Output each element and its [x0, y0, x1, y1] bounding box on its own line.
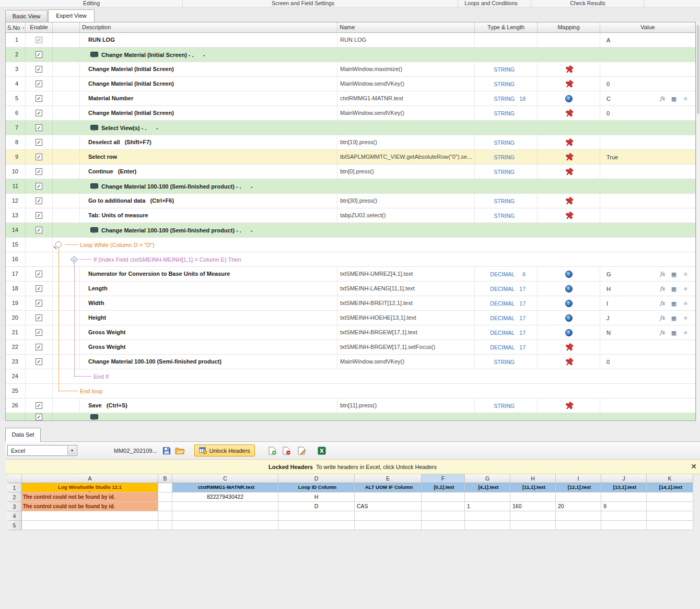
enable-checkbox[interactable]: ✓	[36, 212, 42, 219]
condition-icon[interactable]	[71, 256, 78, 263]
cell[interactable]	[510, 521, 556, 530]
mapped-icon[interactable]: ↑	[565, 329, 573, 336]
gear-icon[interactable]: ✳	[682, 329, 689, 336]
cell[interactable]: 160	[510, 502, 556, 511]
cell[interactable]	[601, 521, 647, 530]
cell[interactable]	[172, 521, 278, 530]
header-mapping[interactable]: Mapping	[538, 22, 600, 32]
fx-icon[interactable]: ƒx	[659, 285, 666, 292]
cell[interactable]	[158, 493, 172, 502]
group-row[interactable]: 14✓Change Material 100-100 (Semi-finishe…	[6, 223, 695, 238]
cell[interactable]	[556, 493, 601, 502]
enable-checkbox[interactable]: ✓	[36, 95, 42, 102]
table-row[interactable]: 6✓Change Material (Initial Screen)MainWi…	[6, 106, 695, 121]
row-header-5[interactable]: 5	[7, 521, 22, 530]
cell[interactable]	[172, 511, 278, 521]
error-cell[interactable]: The control could not be found by id.	[22, 493, 158, 502]
table-row[interactable]: 17✓Numerator for Conversion to Base Unit…	[6, 267, 695, 282]
row-header-2[interactable]: 2	[7, 493, 22, 502]
tab-basic-view[interactable]: Basic View	[5, 10, 48, 22]
column-header-a[interactable]: A	[22, 474, 158, 483]
error-cell[interactable]: The control could not be found by id.	[22, 502, 158, 511]
table-row[interactable]: 23✓Change Material 100-100 (Semi-finishe…	[6, 355, 695, 369]
cell[interactable]	[647, 502, 693, 511]
mapped-icon[interactable]: ↑	[565, 285, 573, 292]
header-height[interactable]: Height txtSMEINH- HOEHE [13,1].text	[601, 483, 647, 493]
gear-icon[interactable]: ✳	[682, 285, 689, 292]
gear-icon[interactable]: ✳	[682, 314, 689, 322]
table-row[interactable]: 13✓Tab: Units of measuretabpZU02.select(…	[6, 208, 695, 223]
add-data-set-icon[interactable]	[269, 447, 276, 455]
enable-checkbox[interactable]: ✓	[36, 80, 42, 87]
cell[interactable]	[465, 511, 510, 521]
fx-icon[interactable]: ƒx	[659, 271, 666, 278]
enable-checkbox[interactable]: ✓	[36, 329, 42, 336]
mapped-icon[interactable]: ↑	[565, 314, 573, 322]
table-row[interactable]: 4✓Change Material (Initial Screen)MainWi…	[6, 77, 695, 91]
header-alt-uom[interactable]: ALT UOM IF Column	[355, 483, 422, 493]
enable-checkbox[interactable]: ✓	[36, 285, 42, 292]
table-icon[interactable]: ▦	[670, 271, 678, 278]
enable-checkbox[interactable]: ✓	[36, 154, 42, 160]
cell[interactable]	[158, 483, 172, 493]
table-row[interactable]: 10✓Continue (Enter)btn[0].press()STRING	[6, 165, 695, 179]
table-row[interactable]: 19✓WidthtxtSMEINH-BREIT[12,1].textDECIMA…	[6, 296, 695, 311]
column-header-g[interactable]: G	[465, 474, 510, 483]
remove-data-set-icon[interactable]	[283, 447, 290, 455]
fx-icon[interactable]: ƒx	[659, 300, 666, 307]
not-mapped-pin-icon[interactable]	[563, 210, 574, 220]
condition-start-row[interactable]: 16If (Index Field ctxtSMEINH-MEINH[1,1] …	[6, 252, 695, 267]
close-icon[interactable]: ✕	[691, 462, 697, 471]
header-material-number[interactable]: Material Number ctxtRMMG1-MATNR.text	[172, 483, 278, 493]
not-mapped-pin-icon[interactable]	[563, 108, 574, 118]
tab-data-set[interactable]: Data Set	[5, 428, 41, 442]
enable-checkbox[interactable]: ✓	[36, 358, 42, 365]
group-row[interactable]: 7✓Select View(s) - . -	[6, 121, 695, 135]
table-icon[interactable]: ▦	[670, 285, 678, 292]
header-denominator[interactable]: Denominator for conversion to base units…	[422, 483, 465, 493]
enable-checkbox[interactable]: ✓	[36, 51, 42, 58]
data-source-select[interactable]: Excel▼	[7, 445, 77, 456]
scrollbar-thumb[interactable]	[697, 25, 699, 114]
header-length[interactable]: Length txtSMEINH- LAENG [11,1].text	[510, 483, 556, 493]
mapped-icon[interactable]: ↑	[565, 95, 573, 102]
cell[interactable]	[556, 521, 601, 530]
enable-checkbox[interactable]: ✓	[36, 197, 42, 204]
cell[interactable]	[422, 511, 465, 521]
enable-checkbox[interactable]: ✓	[36, 110, 42, 116]
cell[interactable]	[601, 511, 647, 521]
enable-checkbox[interactable]: ✓	[36, 314, 42, 321]
condition-end-row[interactable]: 24End If	[6, 369, 695, 384]
header-indent[interactable]	[53, 22, 80, 32]
table-row[interactable]: 8✓Deselect all (Shift+F7)btn[19].press()…	[6, 135, 695, 150]
not-mapped-pin-icon[interactable]	[563, 356, 574, 367]
column-header-e[interactable]: E	[355, 474, 422, 483]
header-name[interactable]: Name	[337, 22, 475, 32]
enable-checkbox[interactable]: ✓	[36, 344, 42, 350]
header-sno[interactable]: S.No▲	[6, 22, 26, 32]
cell[interactable]	[158, 521, 172, 530]
cell[interactable]	[647, 511, 693, 521]
grid-scrollbar[interactable]	[696, 22, 700, 421]
table-icon[interactable]: ▦	[670, 314, 678, 322]
cell[interactable]	[465, 521, 510, 530]
save-icon[interactable]	[162, 447, 171, 455]
cell[interactable]	[556, 511, 601, 521]
cell[interactable]	[647, 521, 693, 530]
cell[interactable]	[601, 493, 647, 502]
unlock-headers-button[interactable]: Unlock Headers	[194, 444, 255, 456]
loop-start-row[interactable]: 15Loop While (Column D = "D")	[6, 238, 695, 252]
loop-icon[interactable]	[55, 241, 62, 248]
open-folder-icon[interactable]	[175, 447, 185, 454]
not-mapped-pin-icon[interactable]	[563, 78, 574, 89]
mapped-icon[interactable]: ↑	[565, 300, 573, 307]
run-log-cell[interactable]: Log Winshuttle Studio 12.1 SAP System: C…	[22, 483, 158, 493]
row-header-4[interactable]: 4	[7, 511, 22, 521]
cell[interactable]: 822279430422	[172, 493, 278, 502]
table-row-selected[interactable]: 9✓Select rowtblSAPLMGMMTC_VIEW.getAbsolu…	[6, 150, 695, 165]
cell[interactable]	[422, 521, 465, 530]
cell[interactable]	[465, 493, 510, 502]
not-mapped-pin-icon[interactable]	[563, 342, 574, 352]
cell[interactable]	[172, 502, 278, 511]
cell[interactable]	[510, 511, 556, 521]
